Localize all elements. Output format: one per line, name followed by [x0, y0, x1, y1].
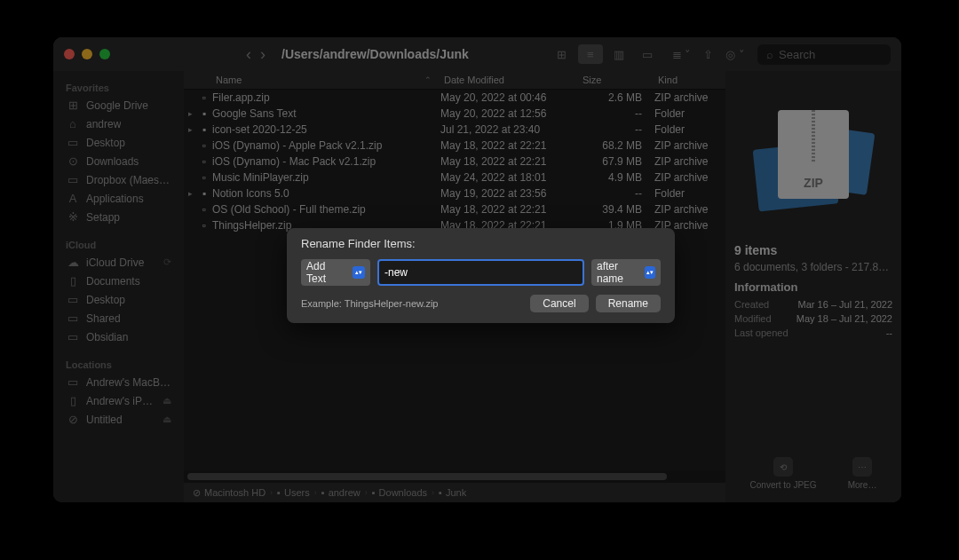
sidebar-item[interactable]: ▭Dropbox (Maes… [59, 170, 178, 189]
nav-back-icon[interactable]: ‹ [246, 45, 251, 64]
rename-position-select[interactable]: after name ▴▾ [591, 259, 661, 286]
search-icon: ⌕ [766, 48, 773, 61]
file-kind: Folder [654, 107, 725, 120]
file-row[interactable]: ▸▪Notion Icons 5.0May 19, 2022 at 23:56-… [184, 185, 725, 201]
dialog-title: Rename Finder Items: [301, 237, 661, 250]
file-row[interactable]: ▫iOS (Dynamo) - Mac Pack v2.1.zipMay 18,… [184, 154, 725, 170]
sidebar-heading: iCloud [59, 237, 178, 253]
fullscreen-window-button[interactable] [99, 49, 110, 59]
minimize-window-button[interactable] [82, 49, 92, 59]
sidebar-item-badge: ⟳ [163, 256, 171, 268]
path-segment[interactable]: ⊘Macintosh HD [193, 487, 266, 499]
sidebar-item[interactable]: ☁iCloud Drive⟳ [59, 253, 178, 272]
sidebar-item[interactable]: ▭Desktop [59, 290, 178, 309]
sidebar-item-badge: ⏏ [162, 414, 171, 425]
sidebar-item[interactable]: ▭Obsidian [59, 327, 178, 346]
path-segment-icon: ⊘ [193, 487, 201, 499]
path-segment[interactable]: ▪Downloads [372, 487, 427, 498]
column-header-date[interactable]: Date Modified [440, 75, 579, 85]
sidebar-item-label: Desktop [86, 137, 125, 149]
sidebar-item-label: Dropbox (Maes… [86, 174, 170, 186]
file-size: 67.9 MB [579, 155, 654, 168]
sidebar-heading: Locations [59, 357, 178, 373]
path-segment-label: Macintosh HD [204, 487, 266, 498]
file-icon: ▫ [196, 91, 212, 104]
file-name: Notion Icons 5.0 [212, 187, 440, 200]
horizontal-scrollbar[interactable] [184, 470, 725, 483]
path-segment[interactable]: ▪Junk [439, 487, 466, 498]
preview-info-row: ModifiedMay 18 – Jul 21, 2022 [734, 313, 892, 324]
file-row[interactable]: ▫iOS (Dynamo) - Apple Pack v2.1.zipMay 1… [184, 138, 725, 154]
sidebar-item[interactable]: ▯Andrew's iP…⏏ [59, 391, 178, 410]
group-by-button[interactable]: ≣ ˅ [672, 48, 692, 61]
file-size: 2.6 MB [579, 91, 654, 104]
view-gallery-button[interactable]: ▭ [635, 44, 660, 64]
rename-button[interactable]: Rename [596, 295, 661, 312]
nav-forward-icon[interactable]: › [260, 45, 266, 64]
search-box[interactable]: ⌕ [757, 44, 891, 65]
view-icons-button[interactable]: ⊞ [550, 44, 575, 64]
path-segment-label: Users [284, 487, 310, 498]
sidebar-item-label: andrew [86, 118, 121, 130]
file-row[interactable]: ▫Filer.app.zipMay 20, 2022 at 00:462.6 M… [184, 90, 725, 106]
path-segment[interactable]: ▪andrew [321, 487, 361, 498]
file-row[interactable]: ▸▪Google Sans TextMay 20, 2022 at 12:56-… [184, 106, 725, 122]
disclosure-icon[interactable]: ▸ [184, 189, 196, 198]
column-header-name[interactable]: Name ⌃ [184, 75, 440, 85]
file-name: iOS (Dynamo) - Mac Pack v2.1.zip [212, 155, 440, 168]
file-date: Jul 21, 2022 at 23:40 [440, 123, 579, 136]
titlebar: ‹ › /Users/andrew/Downloads/Junk ⊞ ≡ ▥ ▭… [53, 37, 901, 71]
preview-info-row: CreatedMar 16 – Jul 21, 2022 [734, 299, 892, 310]
sidebar-item[interactable]: ⌂andrew [59, 114, 178, 133]
search-input[interactable] [779, 48, 882, 61]
sidebar-item[interactable]: ※Setapp [59, 208, 178, 226]
view-columns-button[interactable]: ▥ [606, 44, 631, 64]
file-row[interactable]: ▸▪icon-set 2020-12-25Jul 21, 2022 at 23:… [184, 122, 725, 138]
sidebar-item[interactable]: ⊞Google Drive [59, 96, 178, 114]
rename-text-input[interactable] [377, 259, 584, 286]
preview-action[interactable]: ⋯More… [848, 457, 877, 490]
view-list-button[interactable]: ≡ [578, 44, 603, 64]
file-icon: ▫ [196, 203, 212, 216]
sidebar-item[interactable]: ⊙Downloads [59, 152, 178, 170]
sidebar-item[interactable]: AApplications [59, 189, 178, 208]
file-icon: ▪ [196, 107, 212, 120]
sidebar-item[interactable]: ▯Documents [59, 272, 178, 290]
file-row[interactable]: ▫OS (Old School) - Full theme.zipMay 18,… [184, 201, 725, 217]
cancel-button[interactable]: Cancel [530, 295, 588, 312]
preview-info-key: Created [734, 299, 769, 310]
sidebar-item-icon: ▭ [66, 375, 80, 389]
path-separator-icon: › [314, 488, 317, 497]
file-date: May 18, 2022 at 22:21 [440, 155, 579, 168]
close-window-button[interactable] [64, 49, 75, 59]
tags-button[interactable]: ◎ ˅ [725, 48, 745, 61]
sidebar-item[interactable]: ▭Shared [59, 309, 178, 327]
file-icon: ▫ [196, 219, 212, 232]
sidebar-item[interactable]: ▭Desktop [59, 133, 178, 152]
file-date: May 20, 2022 at 00:46 [440, 91, 579, 104]
sidebar-item[interactable]: ▭Andrew's MacB… [59, 373, 178, 391]
file-kind: ZIP archive [654, 203, 725, 216]
sidebar-item-icon: ☁ [66, 256, 80, 269]
column-header-kind[interactable]: Kind [654, 75, 725, 85]
sidebar-item[interactable]: ⊘Untitled⏏ [59, 410, 178, 429]
file-icon: ▫ [196, 139, 212, 152]
file-kind: ZIP archive [654, 171, 725, 184]
rename-example-text: Example: ThingsHelper-new.zip [301, 298, 438, 309]
column-header-size[interactable]: Size [579, 75, 654, 85]
preview-action-label: Convert to JPEG [750, 480, 817, 490]
share-button[interactable]: ⇧ [703, 48, 713, 61]
file-row[interactable]: ▫Music MiniPlayer.zipMay 24, 2022 at 18:… [184, 170, 725, 185]
path-segment[interactable]: ▪Users [277, 487, 310, 498]
file-kind: ZIP archive [654, 91, 725, 104]
preview-action[interactable]: ⟲Convert to JPEG [750, 457, 817, 490]
sidebar-item-icon: ▭ [66, 293, 80, 306]
path-separator-icon: › [270, 488, 273, 497]
disclosure-icon[interactable]: ▸ [184, 109, 196, 118]
path-segment-icon: ▪ [439, 487, 442, 498]
rename-action-select[interactable]: Add Text ▴▾ [301, 259, 370, 286]
preview-info-row: Last opened-- [734, 327, 892, 338]
disclosure-icon[interactable]: ▸ [184, 125, 196, 134]
scrollbar-thumb[interactable] [187, 473, 667, 480]
file-kind: Folder [654, 187, 725, 200]
